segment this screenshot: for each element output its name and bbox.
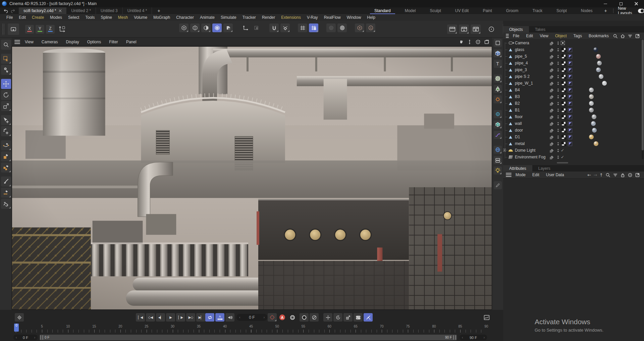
home-icon[interactable]: [620, 34, 625, 39]
rotate-tool[interactable]: [1, 90, 11, 100]
texture-tag-icon[interactable]: [561, 54, 566, 59]
object-name[interactable]: metal: [515, 141, 525, 146]
expand-icon[interactable]: [503, 149, 506, 152]
object-row[interactable]: pipe_W_1: [505, 80, 644, 87]
redo-button[interactable]: [10, 9, 15, 13]
menu-item[interactable]: Create: [29, 15, 47, 20]
object-name[interactable]: glass: [515, 47, 524, 52]
phong-tag-icon[interactable]: [568, 48, 572, 52]
object-name[interactable]: B4: [515, 88, 520, 92]
phong-tag-icon[interactable]: [568, 68, 572, 72]
dynamics-icon[interactable]: [494, 110, 502, 118]
open-window-icon[interactable]: [635, 173, 640, 178]
tree-icon[interactable]: [494, 85, 502, 93]
frame-increment-icon[interactable]: ›: [264, 315, 265, 319]
object-row[interactable]: B4: [505, 87, 644, 93]
document-tab[interactable]: Untitled 2 *: [66, 7, 96, 14]
enabled-check-icon[interactable]: ✓: [560, 148, 565, 153]
new-layouts-toggle[interactable]: [638, 9, 644, 13]
material-thumbnail[interactable]: [592, 128, 597, 133]
hex-shapes-button[interactable]: [223, 23, 233, 32]
menu-item[interactable]: Animate: [197, 15, 218, 20]
current-frame-spinner[interactable]: ‹ 0 F ›: [236, 314, 267, 321]
texture-tag-icon[interactable]: [561, 115, 566, 119]
axis-l-button[interactable]: [241, 23, 250, 32]
menu-item[interactable]: Help: [364, 15, 378, 20]
search-icon[interactable]: [613, 34, 618, 39]
grid-lock-button[interactable]: [309, 23, 318, 32]
viewport-menu-item[interactable]: Display: [62, 40, 83, 44]
range-right-handle[interactable]: [453, 335, 456, 340]
cube-icon[interactable]: [494, 49, 502, 57]
text-icon[interactable]: T: [494, 60, 502, 68]
material-thumbnail[interactable]: [594, 141, 598, 146]
attributes-tab[interactable]: Attributes: [503, 165, 532, 172]
object-row[interactable]: pipe_5: [505, 53, 644, 60]
transport-button[interactable]: ▏▶: [176, 313, 185, 322]
phong-tag-icon[interactable]: [568, 88, 572, 92]
move-tool[interactable]: [1, 79, 11, 89]
layers-icon[interactable]: [549, 101, 554, 106]
menu-item[interactable]: Modes: [47, 15, 65, 20]
camera-target-icon[interactable]: [561, 41, 565, 45]
phong-tag-icon[interactable]: [568, 101, 572, 106]
texture-tag-icon[interactable]: [561, 108, 566, 112]
menu-item[interactable]: Edit: [16, 15, 29, 20]
visibility-dots-icon[interactable]: [557, 109, 559, 112]
menu-item[interactable]: Volume: [131, 15, 150, 20]
pen-icon[interactable]: [494, 181, 502, 189]
tweak-tool[interactable]: [1, 65, 11, 75]
autokey-button[interactable]: A: [278, 313, 287, 322]
object-row[interactable]: Dome Light ✓: [505, 147, 644, 154]
object-name[interactable]: pipe_W_1: [515, 81, 533, 86]
layers-icon[interactable]: [549, 41, 554, 45]
visibility-dots-icon[interactable]: [557, 149, 559, 152]
fcurve-mode-button[interactable]: [482, 313, 491, 322]
layout-tab[interactable]: Track: [525, 7, 549, 14]
layers-icon[interactable]: [549, 135, 554, 139]
material-thumbnail[interactable]: [596, 54, 601, 59]
gear-dim-button[interactable]: [337, 23, 347, 32]
light-icon[interactable]: [494, 166, 502, 175]
texture-tag-icon[interactable]: [561, 135, 566, 139]
object-row[interactable]: wall: [505, 120, 644, 127]
menu-item[interactable]: Select: [65, 15, 82, 20]
layout-tab[interactable]: Script: [549, 7, 574, 14]
visibility-dots-icon[interactable]: [557, 82, 559, 85]
scale-tool[interactable]: [1, 101, 11, 111]
enabled-check-icon[interactable]: ✓: [560, 155, 565, 159]
objects-menu-item[interactable]: Bookmarks: [585, 34, 612, 38]
back-icon[interactable]: ←: [587, 173, 591, 177]
visibility-dots-icon[interactable]: [557, 129, 559, 132]
objects-tab[interactable]: Takes: [529, 26, 551, 33]
visibility-dots-icon[interactable]: [557, 75, 559, 78]
spline-pen-tool[interactable]: [1, 140, 11, 150]
phong-tag-icon[interactable]: [568, 115, 572, 119]
phong-tag-icon[interactable]: [568, 54, 572, 59]
viewport-menu-item[interactable]: Panel: [122, 40, 141, 44]
phong-tag-icon[interactable]: [568, 135, 572, 139]
material-thumbnail[interactable]: [596, 67, 601, 72]
range-start-spinner[interactable]: ‹ 0 F ›: [13, 335, 38, 340]
object-name[interactable]: Environment Fog: [515, 155, 545, 159]
material-thumbnail[interactable]: [597, 61, 602, 65]
coordinate-system-button[interactable]: [56, 24, 68, 34]
attributes-menu-icon[interactable]: [506, 173, 512, 177]
transport-button[interactable]: ▶▏: [196, 313, 205, 322]
layers-icon[interactable]: [549, 155, 554, 159]
phong-tag-icon[interactable]: [568, 108, 572, 112]
layers-icon[interactable]: [549, 61, 554, 65]
texture-tag-icon[interactable]: [561, 88, 566, 92]
render-view-button[interactable]: [447, 25, 457, 34]
object-name[interactable]: Camera: [515, 41, 529, 45]
particles-icon[interactable]: [494, 75, 502, 83]
screen-icon-button[interactable]: [8, 23, 19, 35]
lock-icon[interactable]: [620, 173, 625, 178]
viewport-render[interactable]: [12, 46, 492, 310]
layers-icon[interactable]: [549, 114, 554, 119]
visibility-dots-icon[interactable]: [557, 115, 559, 118]
menu-item[interactable]: Extensions: [278, 15, 304, 20]
autokey-bars-button[interactable]: A: [215, 313, 224, 322]
key-parameters-button[interactable]: [354, 313, 363, 322]
primitive-pen-tool[interactable]: [1, 162, 11, 173]
